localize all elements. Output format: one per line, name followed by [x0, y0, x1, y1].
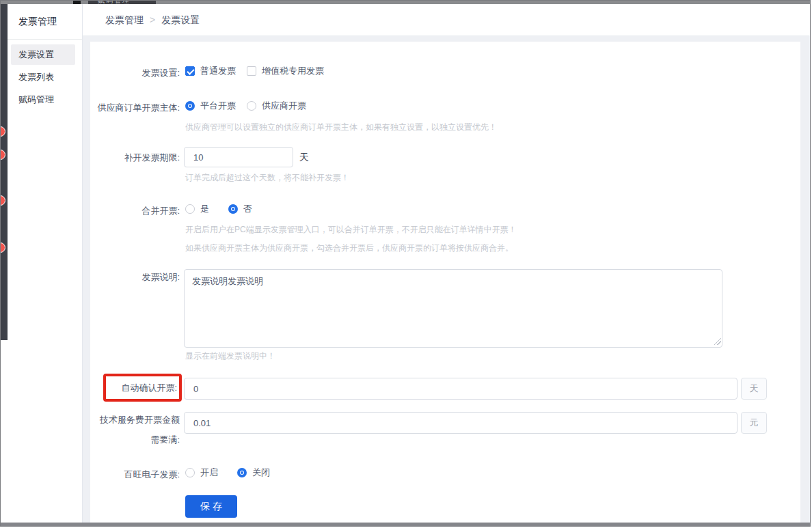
breadcrumb-item-invoice-settings: 发票设置: [161, 14, 200, 25]
merge-yes-radio[interactable]: [185, 204, 195, 214]
tech-fee-label-line2: 需要满:: [90, 434, 180, 446]
tech-fee-input[interactable]: [184, 412, 737, 434]
normal-invoice-label[interactable]: 普通发票: [200, 65, 236, 77]
supplier-invoicing-radio[interactable]: [247, 101, 256, 111]
baiwang-label: 百旺电子发票:: [90, 469, 180, 481]
supplier-subject-help: 供应商管理可以设置独立的供应商订单开票主体，如果有独立设置，以独立设置优先！: [185, 122, 497, 133]
merge-no-label[interactable]: 否: [243, 203, 252, 215]
reissue-period-unit: 天: [299, 152, 309, 164]
auto-confirm-label: 自动确认开票:: [106, 376, 179, 399]
notification-badge: [0, 242, 5, 253]
notification-badge: [0, 195, 5, 206]
merge-invoice-label: 合并开票:: [90, 205, 180, 217]
auto-confirm-unit-box: 天: [741, 378, 767, 400]
baiwang-on-radio[interactable]: [185, 468, 195, 477]
window-bottom-edge: [1, 523, 810, 526]
save-button[interactable]: 保 存: [185, 495, 237, 518]
notification-badge: [0, 126, 5, 137]
reissue-period-label: 补开发票期限:: [90, 152, 180, 164]
sidebar-title: 发票管理: [8, 4, 82, 40]
merge-no-radio[interactable]: [228, 204, 238, 214]
app-window: 赋码管理 发票管理 发票设置 发票列表 赋码管理 发票管理>发票设置 发票设置:…: [0, 0, 811, 527]
baiwang-off-label[interactable]: 关闭: [252, 467, 270, 479]
tech-fee-unit-box: 元: [741, 412, 767, 434]
invoice-setting-label: 发票设置:: [90, 67, 180, 79]
sidebar-item-invoice-list[interactable]: 发票列表: [11, 67, 75, 87]
breadcrumb: 发票管理>发票设置: [83, 4, 810, 36]
baiwang-options: 开启 关闭: [185, 467, 270, 478]
platform-invoicing-radio[interactable]: [185, 101, 195, 111]
normal-invoice-checkbox[interactable]: [185, 66, 195, 76]
reissue-period-input[interactable]: [184, 147, 293, 167]
content-area: 发票管理>发票设置 发票设置: 普通发票 增值税专用发票 供应商订单开票主体: …: [83, 4, 810, 523]
breadcrumb-separator-icon: >: [150, 14, 155, 25]
collapsed-menu-strip: [1, 4, 8, 340]
invoice-note-textarea[interactable]: 发票说明发票说明: [184, 269, 722, 348]
supplier-subject-options: 平台开票 供应商开票: [185, 100, 306, 111]
tech-fee-label-line1: 技术服务费开票金额: [90, 414, 180, 426]
highlight-annotation-box: 自动确认开票:: [103, 374, 182, 402]
invoice-note-label: 发票说明:: [90, 271, 180, 283]
baiwang-off-radio[interactable]: [237, 468, 247, 477]
supplier-subject-label: 供应商订单开票主体:: [90, 102, 180, 114]
vat-invoice-checkbox[interactable]: [247, 66, 256, 76]
sidebar: 发票管理 发票设置 发票列表 赋码管理: [8, 4, 83, 523]
invoice-note-help: 显示在前端发票说明中！: [185, 350, 275, 362]
merge-yes-label[interactable]: 是: [200, 203, 209, 215]
merge-invoice-help-1: 开启后用户在PC端显示发票管理入口，可以合并订单开票，不开启只能在订单详情中开票…: [185, 224, 517, 236]
baiwang-on-label[interactable]: 开启: [200, 467, 218, 479]
reissue-period-help: 订单完成后超过这个天数，将不能补开发票！: [185, 172, 349, 184]
notification-badge: [0, 150, 5, 160]
settings-form-card: 发票设置: 普通发票 增值税专用发票 供应商订单开票主体: 平台开票 供应商开票…: [90, 42, 800, 523]
platform-invoicing-label[interactable]: 平台开票: [200, 100, 236, 112]
resize-handle-icon[interactable]: [714, 338, 721, 345]
sidebar-item-code-management[interactable]: 赋码管理: [11, 89, 75, 110]
sidebar-item-invoice-settings[interactable]: 发票设置: [11, 44, 75, 65]
vat-invoice-label[interactable]: 增值税专用发票: [262, 65, 324, 77]
merge-invoice-options: 是 否: [185, 204, 252, 214]
supplier-invoicing-label[interactable]: 供应商开票: [262, 100, 306, 112]
sidebar-menu: 发票设置 发票列表 赋码管理: [8, 40, 82, 110]
invoice-setting-options: 普通发票 增值税专用发票: [185, 66, 324, 77]
merge-invoice-help-2: 如果供应商开票主体为供应商开票，勾选合并开票后，供应商开票的订单将按供应商合并。: [185, 242, 513, 254]
auto-confirm-input[interactable]: [184, 378, 737, 400]
breadcrumb-item-invoice-management[interactable]: 发票管理: [105, 14, 144, 25]
